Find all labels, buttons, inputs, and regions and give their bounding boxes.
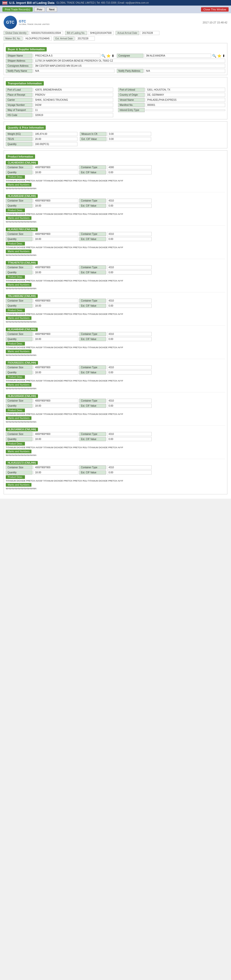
container-number: FSOU5922231 (CN/L/HH) (6, 361, 38, 364)
container-cif-row: Est. CIF Value 0.00 (79, 404, 152, 408)
container-type-row: Container Type 4310 (79, 332, 152, 336)
transportation-section: Transportation Information Port of Load … (4, 77, 227, 119)
container-type-label: Container Type (79, 199, 106, 203)
prev-button[interactable]: Prev (34, 7, 45, 12)
up-consignee-icon[interactable]: ⬆ (222, 54, 225, 58)
container-size-row: Container Size 4000*800*800 (6, 332, 78, 336)
container-size-value: 4000*800*800 (33, 465, 78, 469)
transportation-header: Transportation Information (6, 81, 44, 86)
container-type-row: Container Type 4310 (79, 299, 152, 303)
transport-grid: Port of Load 42870, BREMERHAVEN Port of … (6, 88, 225, 117)
identity-row: Global Data Identity 6003201702016003115… (4, 31, 227, 35)
voyage-number-value: 042W (33, 103, 113, 107)
product-desc-text: TITANIUM DIOXIDE PRETOX AVOSF TITANIUM D… (6, 346, 225, 348)
marks-text: WANANANANANANANANANA (6, 287, 225, 290)
product-desc-label: Product Desc. (6, 409, 25, 412)
manifest-no-row: Manifest No. 000001 (118, 103, 225, 107)
product-desc-label: Product Desc. (6, 375, 25, 379)
container-qty-label: Quantity (6, 304, 32, 308)
container-qty-row: Quantity 18.00 (6, 337, 78, 341)
container-cif-label: Est. CIF Value (79, 404, 106, 408)
product-desc-text: TITANIUM DIOXIDE PRETOX AVOSF TITANIUM D… (6, 213, 225, 215)
ext-cif-row: Ext. CIF Value 0.00 (80, 137, 151, 141)
next-button[interactable]: Next (46, 7, 57, 12)
logo-icon: GTC (6, 20, 14, 25)
container-cif-value: 0.00 (107, 404, 152, 408)
inbond-entry-label: Inbond Entry Type (118, 108, 145, 112)
global-data-value: 6003201702016003115504 (29, 31, 63, 35)
company-full-name: GLOBAL TRADE ONLINE LIMITED (19, 23, 49, 25)
product-desc-label: Product Desc. (6, 242, 25, 245)
container-qty-value: 18.00 (33, 437, 78, 441)
arrival-value: 20170228 (140, 31, 159, 35)
star-consignee-icon[interactable]: ⭐ (217, 54, 221, 58)
container-cif-value: 0.00 (107, 304, 152, 308)
notify-party-row: Notify Party Name N/A (6, 69, 115, 73)
way-of-transport-value: 11 (33, 108, 113, 112)
container-type-value: 4310 (107, 265, 152, 269)
container-item: HLXU5217053 (CN/L/HH) Container Size 400… (6, 226, 225, 256)
page-title: U.S. Import Bill of Lading Data (9, 1, 54, 5)
container-qty-label: Quantity (6, 471, 32, 474)
container-item: TRLU4655362 (CN/L/HH) Container Size 400… (6, 292, 225, 323)
container-cif-label: Est. CIF Value (79, 237, 106, 241)
container-size-label: Container Size (6, 232, 32, 236)
notify-address-row: Notify Party Address N/A (117, 69, 225, 73)
ext-cif-label: Ext. CIF Value (80, 137, 107, 141)
teus-value: 20.00 (33, 137, 77, 141)
marks-text: WANANANANANANANANANA (6, 221, 225, 223)
container-type-label: Container Type (79, 165, 106, 169)
container-cif-row: Est. CIF Value 0.00 (79, 437, 152, 441)
container-cif-value: 0.00 (107, 471, 152, 474)
container-size-label: Container Size (6, 432, 32, 436)
container-number: HLBU1055430 (CN/L/HH) (6, 394, 38, 398)
marks-label: Marks and Numbers (6, 283, 32, 286)
measure-row: Measure In Cft 0.00 (80, 132, 151, 136)
container-type-label: Container Type (79, 232, 106, 236)
container-number: CLHU4834393 (CN/L/HH) (6, 161, 38, 165)
container-size-row: Container Size 4000*800*800 (6, 199, 78, 203)
container-size-label: Container Size (6, 199, 32, 203)
arrival-item: Actual Arrival Date 20170228 (116, 31, 159, 35)
search-icon[interactable]: 🔍 (101, 54, 105, 58)
marks-label: Marks and Numbers (6, 383, 32, 387)
product-desc-label: Product Desc. (6, 275, 25, 279)
shipper-address-row: Shipper Address 11750 24 NABRORI OR EDVA… (6, 59, 225, 63)
container-size-row: Container Size 4000*800*800 (6, 299, 78, 303)
container-cif-label: Est. CIF Value (79, 471, 106, 474)
print-button[interactable]: Print Trade Record(s) (2, 7, 33, 11)
container-qty-row: Quantity 18.00 (6, 237, 78, 241)
container-type-label: Container Type (79, 465, 106, 469)
up-icon[interactable]: ⬆ (112, 54, 115, 58)
hs-code-row: HS Code 320619 (6, 113, 113, 117)
container-size-value: 4000*800*800 (33, 265, 78, 269)
port-of-unlood-row: Port of Unlood 5301, HOUSTON, TX (118, 88, 225, 92)
container-size-row: Container Size 4000*800*800 (6, 399, 78, 403)
consignee-value: 3M ALEXANDRIA (144, 54, 212, 58)
close-button[interactable]: Close This Window (201, 7, 229, 11)
container-size-value: 4000*800*800 (33, 365, 78, 369)
container-size-label: Container Size (6, 465, 32, 469)
container-type-label: Container Type (79, 265, 106, 269)
container-item: HLBU1055430 (CN/L/HH) Container Size 400… (6, 392, 225, 423)
marks-label: Marks and Numbers (6, 350, 32, 353)
star-icon[interactable]: ⭐ (107, 54, 110, 58)
container-cif-row: Est. CIF Value 0.00 (79, 304, 152, 308)
datetime: 2017-10-27 15:48:42 (203, 21, 227, 24)
container-size-value: 4000*800*800 (33, 232, 78, 236)
container-size-label: Container Size (6, 399, 32, 403)
search-consignee-icon[interactable]: 🔍 (212, 54, 216, 58)
buyer-supplier-header: Buyer & Supplier Information (6, 47, 47, 51)
port-of-unlood-value: 5301, HOUSTON, TX (146, 88, 225, 92)
vessel-name-value: PHILADELPHIA EXPRESS (146, 98, 225, 102)
container-qty-value: 18.00 (33, 237, 78, 241)
container-cif-label: Est. CIF Value (79, 337, 106, 341)
main-content: GTC GTC GLOBAL TRADE ONLINE LIMITED 2017… (0, 13, 231, 499)
container-item: FSOU5922231 (CN/L/HH) Container Size 400… (6, 359, 225, 390)
port-of-unlood-label: Port of Unlood (118, 88, 145, 92)
container-number: TTNU4576733 (CN/L/HH) (6, 261, 38, 264)
container-item: HLXU5053240 (CN/L/HH) Container Size 400… (6, 192, 225, 223)
measure-value: 0.00 (107, 132, 151, 136)
vessel-name-label: Vessel Name (118, 98, 145, 102)
container-size-value: 4000*800*800 (33, 165, 78, 169)
